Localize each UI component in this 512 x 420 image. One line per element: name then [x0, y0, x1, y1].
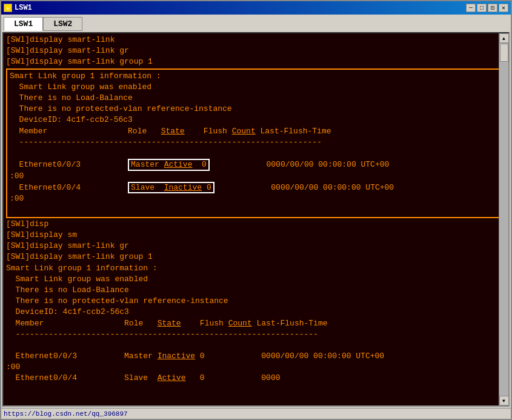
line-20: [SWl]display smart-link group 1: [6, 252, 506, 262]
line-29: Ethernet0/0/3 Master Inactive 0 0000/00/…: [6, 351, 506, 362]
line-12: Ethernet0/0/3 Master Active 0 0000/00/00…: [10, 159, 502, 171]
url-bar: https://blog.csdn.net/qq_396897: [1, 408, 511, 419]
scroll-down-button[interactable]: ▼: [499, 396, 509, 405]
scrollbar[interactable]: ▲ ▼: [499, 33, 508, 405]
minimize-button[interactable]: ─: [466, 4, 476, 12]
scroll-up-button[interactable]: ▲: [499, 33, 509, 43]
line-5: Smart Link group was enabled: [10, 82, 502, 93]
terminal-output[interactable]: [SWl]display smart-link [SWl]display sma…: [4, 33, 508, 405]
maximize-button[interactable]: ⊡: [488, 4, 497, 12]
line-23: There is no Load-Balance: [6, 285, 506, 296]
window-icon: ★: [4, 4, 12, 12]
scrollbar-track[interactable]: [499, 43, 508, 396]
terminal-container: [SWl]display smart-link [SWl]display sma…: [2, 32, 510, 407]
restore-button[interactable]: □: [477, 4, 487, 12]
line-30: :00: [6, 362, 506, 373]
main-window: ★ LSW1 ─ □ ⊡ ✕ LSW1 LSW2 [SWl]display sm…: [0, 0, 512, 420]
line-19: [SWl]display smart-link gr: [6, 241, 506, 252]
title-bar: ★ LSW1 ─ □ ⊡ ✕: [1, 1, 511, 15]
title-bar-left: ★ LSW1: [4, 4, 32, 12]
title-buttons: ─ □ ⊡ ✕: [466, 4, 508, 12]
line-17: [SWl]disp: [6, 219, 506, 230]
line-16: [10, 205, 502, 216]
line-31: Ethernet0/0/4 Slave Active 0 0000: [6, 373, 506, 384]
window-title: LSW1: [15, 4, 32, 12]
line-14: Ethernet0/0/4 Slave Inactive 0 0000/00/0…: [10, 182, 502, 194]
line-15: :00: [10, 193, 502, 204]
line-22: Smart Link group was enabled: [6, 274, 506, 285]
line-9: Member Role State Flush Count Last-Flush…: [10, 126, 502, 137]
tab-lsw1[interactable]: LSW1: [4, 17, 43, 31]
line-25: DeviceID: 4c1f-ccb2-56c3: [6, 307, 506, 318]
line-26: Member Role State Flush Count Last-Flush…: [6, 318, 506, 329]
close-button[interactable]: ✕: [499, 4, 508, 12]
line-27: ----------------------------------------…: [6, 329, 506, 340]
line-1: [SWl]display smart-link: [6, 35, 506, 45]
line-2: [SWl]display smart-link gr: [6, 45, 506, 56]
line-6: There is no Load-Balance: [10, 93, 502, 104]
tab-lsw2[interactable]: LSW2: [43, 17, 82, 31]
line-4: Smart Link group 1 information :: [10, 71, 502, 82]
url-text: https://blog.csdn.net/qq_396897: [4, 410, 128, 418]
line-21: Smart Link group 1 information :: [6, 263, 506, 274]
line-3: [SWl]display smart-link group 1: [6, 56, 506, 67]
line-11: [10, 148, 502, 159]
line-7: There is no protected-vlan reference-ins…: [10, 104, 502, 115]
line-8: DeviceID: 4c1f-ccb2-56c3: [10, 115, 502, 125]
line-28: [6, 340, 506, 351]
tab-bar: LSW1 LSW2: [1, 15, 511, 31]
scrollbar-thumb[interactable]: [500, 44, 508, 62]
line-18: [SWl]display sm: [6, 230, 506, 241]
line-24: There is no protected-vlan reference-ins…: [6, 296, 506, 307]
line-13: :00: [10, 171, 502, 182]
line-10: ----------------------------------------…: [10, 137, 502, 148]
